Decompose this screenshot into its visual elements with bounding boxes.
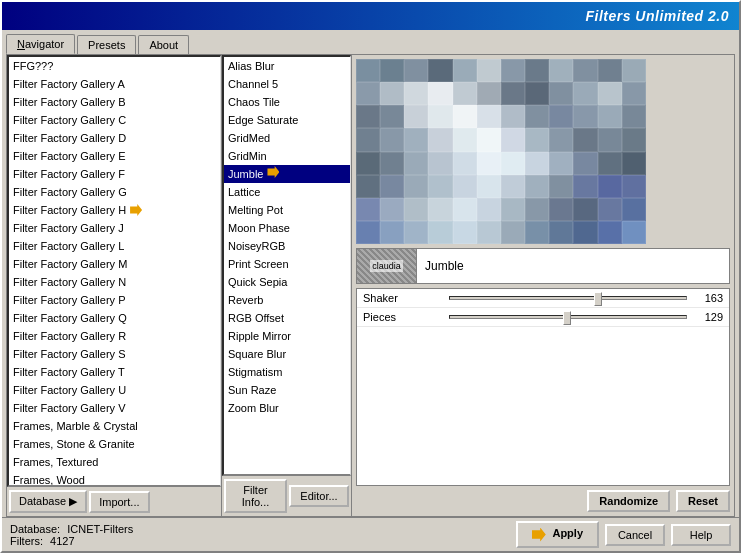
mosaic-cell xyxy=(428,128,452,151)
filter-list-item[interactable]: Chaos Tile xyxy=(224,93,350,111)
status-buttons: Apply Cancel Help xyxy=(516,521,731,547)
mosaic-cell xyxy=(525,105,549,128)
filter-list-item[interactable]: GridMin xyxy=(224,147,350,165)
filter-info-row: claudia Jumble xyxy=(356,248,730,284)
filter-info-button[interactable]: Filter Info... xyxy=(224,479,287,513)
nav-list-item[interactable]: Filter Factory Gallery P xyxy=(9,291,220,309)
slider-track[interactable] xyxy=(449,315,687,319)
nav-list-item[interactable]: Filter Factory Gallery L xyxy=(9,237,220,255)
database-button[interactable]: Database ▶ xyxy=(9,490,87,513)
help-button[interactable]: Help xyxy=(671,524,731,546)
nav-list-item[interactable]: Filter Factory Gallery Q xyxy=(9,309,220,327)
nav-list-item[interactable]: Filter Factory Gallery E xyxy=(9,147,220,165)
tab-about-label: About xyxy=(149,39,178,51)
filter-list-item[interactable]: Melting Pot xyxy=(224,201,350,219)
nav-list-item[interactable]: Filter Factory Gallery G xyxy=(9,183,220,201)
nav-list-item[interactable]: Filter Factory Gallery F xyxy=(9,165,220,183)
mosaic-cell xyxy=(598,105,622,128)
nav-list-item[interactable]: Filter Factory Gallery D xyxy=(9,129,220,147)
mosaic-cell xyxy=(622,221,646,244)
tab-about[interactable]: About xyxy=(138,35,189,54)
import-label: Import... xyxy=(99,496,139,508)
slider-row: Pieces129 xyxy=(357,308,729,327)
mosaic-cell xyxy=(356,59,380,82)
mosaic-cell xyxy=(525,175,549,198)
filter-list-item[interactable]: Jumble xyxy=(224,165,350,183)
main-content: Navigator Presets About FFG???Filter Fac… xyxy=(2,30,739,517)
nav-list-item[interactable]: Filter Factory Gallery N xyxy=(9,273,220,291)
import-button[interactable]: Import... xyxy=(89,491,149,513)
cancel-button[interactable]: Cancel xyxy=(605,524,665,546)
mosaic-cell xyxy=(380,105,404,128)
tab-navigator[interactable]: Navigator xyxy=(6,34,75,54)
filter-list-item[interactable]: Sun Raze xyxy=(224,381,350,399)
mosaic-cell xyxy=(622,59,646,82)
navigator-list[interactable]: FFG???Filter Factory Gallery AFilter Fac… xyxy=(7,55,221,487)
mosaic-cell xyxy=(380,128,404,151)
tab-presets[interactable]: Presets xyxy=(77,35,136,54)
nav-list-item[interactable]: Frames, Stone & Granite xyxy=(9,435,220,453)
filter-list-item[interactable]: Alias Blur xyxy=(224,57,350,75)
filter-list-item[interactable]: Ripple Mirror xyxy=(224,327,350,345)
filter-list-item[interactable]: Lattice xyxy=(224,183,350,201)
filter-list[interactable]: Alias BlurChannel 5Chaos TileEdge Satura… xyxy=(222,55,351,476)
nav-list-item[interactable]: FFG??? xyxy=(9,57,220,75)
mosaic-cell xyxy=(598,59,622,82)
filter-list-item[interactable]: Stigmatism xyxy=(224,363,350,381)
nav-list-item[interactable]: Filter Factory Gallery J xyxy=(9,219,220,237)
nav-list-item[interactable]: Filter Factory Gallery H xyxy=(9,201,220,219)
randomize-button[interactable]: Randomize xyxy=(587,490,670,512)
main-window: Filters Unlimited 2.0 Navigator Presets … xyxy=(0,0,741,553)
nav-list-item[interactable]: Frames, Wood xyxy=(9,471,220,487)
mosaic-cell xyxy=(453,152,477,175)
filter-thumbnail: claudia xyxy=(357,249,417,283)
slider-value: 129 xyxy=(693,311,723,323)
slider-thumb[interactable] xyxy=(563,311,571,325)
filter-list-item[interactable]: Moon Phase xyxy=(224,219,350,237)
nav-list-item[interactable]: Frames, Textured xyxy=(9,453,220,471)
nav-list-item[interactable]: Frames, Marble & Crystal xyxy=(9,417,220,435)
filter-list-item[interactable]: Reverb xyxy=(224,291,350,309)
nav-list-item[interactable]: Filter Factory Gallery U xyxy=(9,381,220,399)
nav-list-item[interactable]: Filter Factory Gallery T xyxy=(9,363,220,381)
filter-list-item[interactable]: RGB Offset xyxy=(224,309,350,327)
reset-button[interactable]: Reset xyxy=(676,490,730,512)
nav-list-item[interactable]: Filter Factory Gallery R xyxy=(9,327,220,345)
filter-list-item[interactable]: Quick Sepia xyxy=(224,273,350,291)
filter-list-item[interactable]: Print Screen xyxy=(224,255,350,273)
filters-status-label: Filters: xyxy=(10,535,43,547)
mosaic-cell xyxy=(501,59,525,82)
nav-list-item[interactable]: Filter Factory Gallery B xyxy=(9,93,220,111)
nav-list-item[interactable]: Filter Factory Gallery S xyxy=(9,345,220,363)
mosaic-cell xyxy=(549,221,573,244)
mosaic-cell xyxy=(549,128,573,151)
nav-list-item[interactable]: Filter Factory Gallery M xyxy=(9,255,220,273)
mosaic-cell xyxy=(453,221,477,244)
apply-button[interactable]: Apply xyxy=(516,521,599,547)
slider-thumb[interactable] xyxy=(594,292,602,306)
filter-list-item[interactable]: NoiseyRGB xyxy=(224,237,350,255)
mosaic-cell xyxy=(404,198,428,221)
slider-track[interactable] xyxy=(449,296,687,300)
mosaic-cell xyxy=(622,152,646,175)
filter-list-item[interactable]: Channel 5 xyxy=(224,75,350,93)
tab-bar: Navigator Presets About xyxy=(2,30,739,54)
mosaic-cell xyxy=(380,198,404,221)
mosaic-cell xyxy=(501,221,525,244)
title-bar-text: Filters Unlimited 2.0 xyxy=(585,8,729,24)
apply-label: Apply xyxy=(552,527,583,539)
filter-list-item[interactable]: Edge Saturate xyxy=(224,111,350,129)
slider-value: 163 xyxy=(693,292,723,304)
editor-label: Editor... xyxy=(300,490,337,502)
editor-button[interactable]: Editor... xyxy=(289,485,349,507)
nav-list-item[interactable]: Filter Factory Gallery C xyxy=(9,111,220,129)
mosaic-cell xyxy=(598,198,622,221)
filter-list-item[interactable]: GridMed xyxy=(224,129,350,147)
filter-list-item[interactable]: Square Blur xyxy=(224,345,350,363)
nav-list-item[interactable]: Filter Factory Gallery A xyxy=(9,75,220,93)
mosaic-cell xyxy=(380,82,404,105)
nav-list-item[interactable]: Filter Factory Gallery V xyxy=(9,399,220,417)
filter-list-item[interactable]: Zoom Blur xyxy=(224,399,350,417)
right-bottom-buttons: Randomize Reset xyxy=(356,490,730,512)
mosaic-cell xyxy=(598,221,622,244)
